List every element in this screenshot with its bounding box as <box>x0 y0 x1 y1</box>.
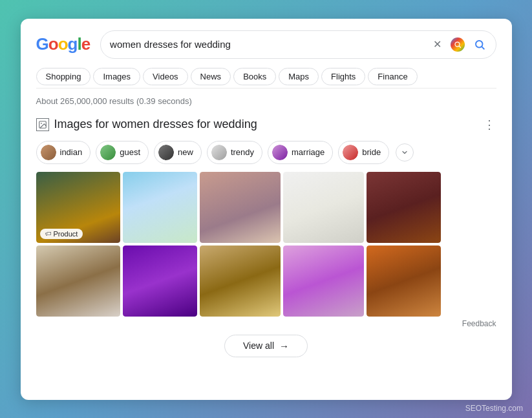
image-thumb-5[interactable] <box>367 172 441 243</box>
image-row-2 <box>36 246 496 317</box>
tab-shopping[interactable]: Shopping <box>36 68 91 85</box>
images-section-icon <box>36 118 49 131</box>
search-icons: ✕ <box>432 36 487 53</box>
search-content: About 265,000,000 results (0.39 seconds)… <box>21 89 512 400</box>
chip-guest-avatar <box>100 145 116 160</box>
chip-new[interactable]: new <box>154 141 202 164</box>
tab-finance[interactable]: Finance <box>368 68 417 85</box>
product-badge: 🏷 Product <box>40 229 83 239</box>
chip-indian-avatar <box>41 145 56 160</box>
chips-expand-button[interactable] <box>396 143 414 162</box>
image-thumb-10[interactable] <box>367 246 441 317</box>
chip-indian-label: indian <box>60 147 83 157</box>
image-thumb-1[interactable]: 🏷 Product <box>36 172 120 243</box>
tab-maps[interactable]: Maps <box>279 68 319 85</box>
tab-news[interactable]: News <box>191 68 231 85</box>
close-icon: ✕ <box>433 38 442 50</box>
images-section-title: Images for women dresses for wedding <box>54 118 257 131</box>
image-thumb-7[interactable] <box>123 246 197 317</box>
tab-videos[interactable]: Videos <box>143 68 188 85</box>
arrow-right-icon: → <box>279 340 289 351</box>
tab-books[interactable]: Books <box>233 68 276 85</box>
filter-chips-row: indian guest new <box>36 141 496 164</box>
google-logo: Google <box>36 34 90 54</box>
lens-button[interactable] <box>449 36 466 53</box>
search-tabs: Shopping Images Videos News Books Maps F… <box>36 68 496 89</box>
image-row-1: 🏷 Product <box>36 172 496 243</box>
search-input[interactable] <box>110 39 426 50</box>
image-thumb-9[interactable] <box>283 246 364 317</box>
chip-marriage[interactable]: marriage <box>268 141 333 164</box>
tab-flights[interactable]: Flights <box>321 68 365 85</box>
image-thumb-3[interactable] <box>200 172 281 243</box>
more-options-button[interactable]: ⋮ <box>482 116 496 133</box>
lens-icon <box>451 37 465 52</box>
chip-bride-label: bride <box>362 147 381 157</box>
chip-trendy-label: trendy <box>231 147 254 157</box>
chip-bride[interactable]: bride <box>338 141 389 164</box>
image-thumb-4[interactable] <box>283 172 364 243</box>
chip-marriage-avatar <box>272 145 288 160</box>
chip-new-label: new <box>178 147 193 157</box>
main-window: Google ✕ <box>21 19 512 400</box>
product-badge-icon: 🏷 <box>45 230 52 237</box>
search-submit-button[interactable] <box>473 37 487 52</box>
watermark: SEOTesting.com <box>465 404 523 413</box>
chip-trendy[interactable]: trendy <box>207 141 262 164</box>
view-all-button[interactable]: View all → <box>224 335 308 357</box>
images-section: Images for women dresses for wedding ⋮ i… <box>36 116 496 357</box>
feedback-row: Feedback <box>36 319 496 328</box>
feedback-label: Feedback <box>462 319 496 328</box>
clear-button[interactable]: ✕ <box>432 37 443 52</box>
chip-trendy-avatar <box>211 145 227 160</box>
results-count: About 265,000,000 results (0.39 seconds) <box>36 96 496 106</box>
chip-indian[interactable]: indian <box>36 141 91 164</box>
image-thumb-2[interactable] <box>123 172 197 243</box>
chip-bride-avatar <box>343 145 358 160</box>
chip-marriage-label: marriage <box>292 147 325 157</box>
view-all-row: View all → <box>36 335 496 357</box>
chip-guest-label: guest <box>120 147 140 157</box>
top-row: Google ✕ <box>36 30 496 59</box>
image-thumb-8[interactable] <box>200 246 281 317</box>
chip-new-avatar <box>158 145 174 160</box>
tab-images[interactable]: Images <box>93 68 140 85</box>
images-header: Images for women dresses for wedding ⋮ <box>36 116 496 133</box>
svg-point-5 <box>41 123 42 124</box>
search-bar: ✕ <box>100 30 496 59</box>
view-all-label: View all <box>243 340 274 351</box>
chip-guest[interactable]: guest <box>96 141 149 164</box>
svg-line-3 <box>482 47 484 48</box>
header: Google ✕ <box>21 19 512 89</box>
svg-line-1 <box>459 46 460 47</box>
image-thumb-6[interactable] <box>36 246 120 317</box>
product-badge-text: Product <box>54 230 78 238</box>
